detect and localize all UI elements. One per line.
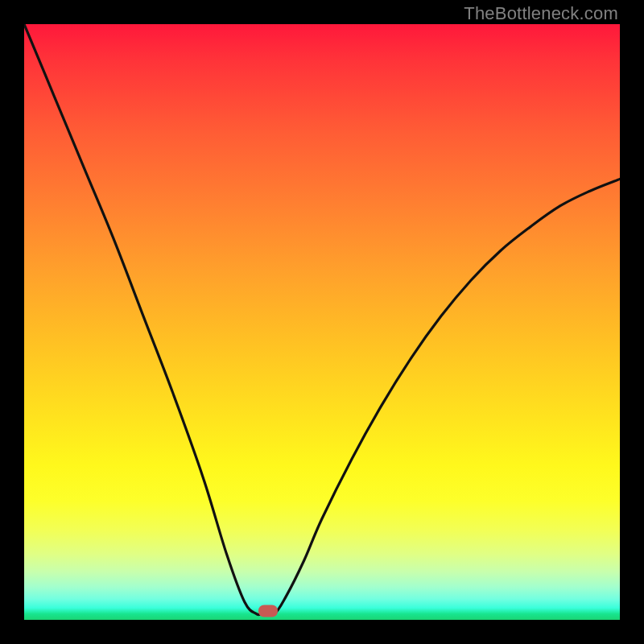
optimum-marker bbox=[258, 605, 278, 617]
bottleneck-curve bbox=[24, 24, 620, 620]
watermark-text: TheBottleneck.com bbox=[464, 3, 618, 24]
chart-frame: TheBottleneck.com bbox=[0, 0, 644, 644]
plot-area bbox=[24, 24, 620, 620]
